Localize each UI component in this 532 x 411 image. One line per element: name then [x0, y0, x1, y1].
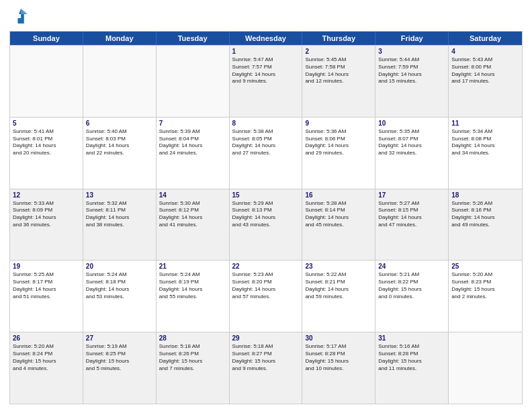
- cell-info: Sunrise: 5:35 AM Sunset: 8:07 PM Dayligh…: [378, 128, 445, 157]
- calendar-row: 26Sunrise: 5:20 AM Sunset: 8:24 PM Dayli…: [10, 332, 522, 404]
- day-number: 12: [13, 191, 80, 199]
- calendar-cell: 31Sunrise: 5:16 AM Sunset: 8:28 PM Dayli…: [375, 332, 449, 404]
- calendar-header-cell: Saturday: [449, 32, 522, 45]
- cell-info: Sunrise: 5:24 AM Sunset: 8:18 PM Dayligh…: [86, 271, 153, 300]
- calendar-cell: [449, 332, 522, 404]
- cell-info: Sunrise: 5:28 AM Sunset: 8:14 PM Dayligh…: [305, 200, 372, 229]
- calendar-cell: 16Sunrise: 5:28 AM Sunset: 8:14 PM Dayli…: [302, 189, 375, 261]
- day-number: 19: [13, 263, 80, 270]
- calendar-cell: 25Sunrise: 5:20 AM Sunset: 8:23 PM Dayli…: [449, 261, 522, 332]
- day-number: 8: [232, 120, 300, 127]
- day-number: 21: [159, 263, 226, 270]
- calendar-cell: 13Sunrise: 5:32 AM Sunset: 8:11 PM Dayli…: [83, 189, 157, 261]
- calendar-cell: 15Sunrise: 5:29 AM Sunset: 8:13 PM Dayli…: [230, 189, 303, 261]
- calendar-header-row: SundayMondayTuesdayWednesdayThursdayFrid…: [10, 32, 522, 45]
- calendar-header-cell: Thursday: [302, 32, 375, 45]
- day-number: 17: [378, 191, 445, 199]
- calendar-cell: 28Sunrise: 5:18 AM Sunset: 8:26 PM Dayli…: [157, 332, 230, 404]
- logo: [9, 7, 31, 26]
- calendar-cell: 29Sunrise: 5:18 AM Sunset: 8:27 PM Dayli…: [230, 332, 303, 404]
- calendar-cell: 21Sunrise: 5:24 AM Sunset: 8:19 PM Dayli…: [157, 261, 230, 332]
- day-number: 28: [159, 334, 226, 342]
- day-number: 25: [451, 263, 519, 270]
- cell-info: Sunrise: 5:41 AM Sunset: 8:01 PM Dayligh…: [13, 128, 80, 157]
- calendar-row: 5Sunrise: 5:41 AM Sunset: 8:01 PM Daylig…: [10, 117, 522, 189]
- cell-info: Sunrise: 5:27 AM Sunset: 8:15 PM Dayligh…: [378, 200, 445, 229]
- cell-info: Sunrise: 5:25 AM Sunset: 8:17 PM Dayligh…: [13, 271, 80, 300]
- day-number: 29: [232, 334, 300, 342]
- calendar-cell: 23Sunrise: 5:22 AM Sunset: 8:21 PM Dayli…: [302, 261, 375, 332]
- cell-info: Sunrise: 5:17 AM Sunset: 8:28 PM Dayligh…: [305, 343, 372, 372]
- calendar-cell: 18Sunrise: 5:26 AM Sunset: 8:16 PM Dayli…: [449, 189, 522, 261]
- cell-info: Sunrise: 5:29 AM Sunset: 8:13 PM Dayligh…: [232, 200, 300, 229]
- calendar-cell: 5Sunrise: 5:41 AM Sunset: 8:01 PM Daylig…: [10, 118, 83, 189]
- day-number: 14: [159, 191, 226, 199]
- cell-info: Sunrise: 5:40 AM Sunset: 8:03 PM Dayligh…: [86, 128, 153, 157]
- cell-info: Sunrise: 5:26 AM Sunset: 8:16 PM Dayligh…: [451, 200, 519, 229]
- calendar-body: 1Sunrise: 5:47 AM Sunset: 7:57 PM Daylig…: [10, 45, 522, 404]
- calendar-cell: 9Sunrise: 5:36 AM Sunset: 8:06 PM Daylig…: [302, 118, 375, 189]
- calendar-cell: [83, 46, 157, 117]
- header: [9, 7, 523, 26]
- cell-info: Sunrise: 5:21 AM Sunset: 8:22 PM Dayligh…: [378, 271, 445, 300]
- cell-info: Sunrise: 5:39 AM Sunset: 8:04 PM Dayligh…: [159, 128, 226, 157]
- cell-info: Sunrise: 5:24 AM Sunset: 8:19 PM Dayligh…: [159, 271, 226, 300]
- day-number: 16: [305, 191, 372, 199]
- day-number: 2: [305, 48, 372, 55]
- cell-info: Sunrise: 5:33 AM Sunset: 8:09 PM Dayligh…: [13, 200, 80, 229]
- calendar-cell: 4Sunrise: 5:43 AM Sunset: 8:00 PM Daylig…: [449, 46, 522, 117]
- day-number: 22: [232, 263, 300, 270]
- calendar-cell: 2Sunrise: 5:45 AM Sunset: 7:58 PM Daylig…: [302, 46, 375, 117]
- calendar-header-cell: Friday: [375, 32, 449, 45]
- calendar-cell: [157, 46, 230, 117]
- day-number: 4: [451, 48, 519, 55]
- calendar-header-cell: Tuesday: [157, 32, 230, 45]
- calendar-cell: 24Sunrise: 5:21 AM Sunset: 8:22 PM Dayli…: [375, 261, 449, 332]
- day-number: 15: [232, 191, 300, 199]
- day-number: 23: [305, 263, 372, 270]
- calendar-row: 12Sunrise: 5:33 AM Sunset: 8:09 PM Dayli…: [10, 189, 522, 261]
- calendar-row: 1Sunrise: 5:47 AM Sunset: 7:57 PM Daylig…: [10, 45, 522, 117]
- cell-info: Sunrise: 5:30 AM Sunset: 8:12 PM Dayligh…: [159, 200, 226, 229]
- day-number: 7: [159, 120, 226, 127]
- day-number: 9: [305, 120, 372, 127]
- calendar-cell: 10Sunrise: 5:35 AM Sunset: 8:07 PM Dayli…: [375, 118, 449, 189]
- calendar-cell: [10, 46, 83, 117]
- day-number: 1: [232, 48, 300, 55]
- cell-info: Sunrise: 5:18 AM Sunset: 8:26 PM Dayligh…: [159, 343, 226, 372]
- calendar-header-cell: Sunday: [10, 32, 83, 45]
- cell-info: Sunrise: 5:16 AM Sunset: 8:28 PM Dayligh…: [378, 343, 445, 372]
- calendar-cell: 6Sunrise: 5:40 AM Sunset: 8:03 PM Daylig…: [83, 118, 157, 189]
- calendar-header-cell: Wednesday: [230, 32, 303, 45]
- calendar-cell: 1Sunrise: 5:47 AM Sunset: 7:57 PM Daylig…: [230, 46, 303, 117]
- day-number: 13: [86, 191, 153, 199]
- logo-icon: [9, 7, 28, 26]
- cell-info: Sunrise: 5:38 AM Sunset: 8:05 PM Dayligh…: [232, 128, 300, 157]
- calendar-cell: 8Sunrise: 5:38 AM Sunset: 8:05 PM Daylig…: [230, 118, 303, 189]
- calendar-cell: 14Sunrise: 5:30 AM Sunset: 8:12 PM Dayli…: [157, 189, 230, 261]
- day-number: 6: [86, 120, 153, 127]
- calendar-cell: 20Sunrise: 5:24 AM Sunset: 8:18 PM Dayli…: [83, 261, 157, 332]
- cell-info: Sunrise: 5:44 AM Sunset: 7:59 PM Dayligh…: [378, 56, 445, 85]
- day-number: 18: [451, 191, 519, 199]
- cell-info: Sunrise: 5:36 AM Sunset: 8:06 PM Dayligh…: [305, 128, 372, 157]
- calendar-cell: 22Sunrise: 5:23 AM Sunset: 8:20 PM Dayli…: [230, 261, 303, 332]
- day-number: 20: [86, 263, 153, 270]
- cell-info: Sunrise: 5:43 AM Sunset: 8:00 PM Dayligh…: [451, 56, 519, 85]
- cell-info: Sunrise: 5:34 AM Sunset: 8:08 PM Dayligh…: [451, 128, 519, 157]
- calendar-row: 19Sunrise: 5:25 AM Sunset: 8:17 PM Dayli…: [10, 260, 522, 332]
- day-number: 26: [13, 334, 80, 342]
- day-number: 24: [378, 263, 445, 270]
- calendar-cell: 7Sunrise: 5:39 AM Sunset: 8:04 PM Daylig…: [157, 118, 230, 189]
- cell-info: Sunrise: 5:23 AM Sunset: 8:20 PM Dayligh…: [232, 271, 300, 300]
- calendar-cell: 11Sunrise: 5:34 AM Sunset: 8:08 PM Dayli…: [449, 118, 522, 189]
- calendar-cell: 26Sunrise: 5:20 AM Sunset: 8:24 PM Dayli…: [10, 332, 83, 404]
- day-number: 27: [86, 334, 153, 342]
- calendar: SundayMondayTuesdayWednesdayThursdayFrid…: [9, 31, 523, 404]
- day-number: 3: [378, 48, 445, 55]
- calendar-cell: 19Sunrise: 5:25 AM Sunset: 8:17 PM Dayli…: [10, 261, 83, 332]
- day-number: 30: [305, 334, 372, 342]
- cell-info: Sunrise: 5:32 AM Sunset: 8:11 PM Dayligh…: [86, 200, 153, 229]
- day-number: 5: [13, 120, 80, 127]
- day-number: 11: [451, 120, 519, 127]
